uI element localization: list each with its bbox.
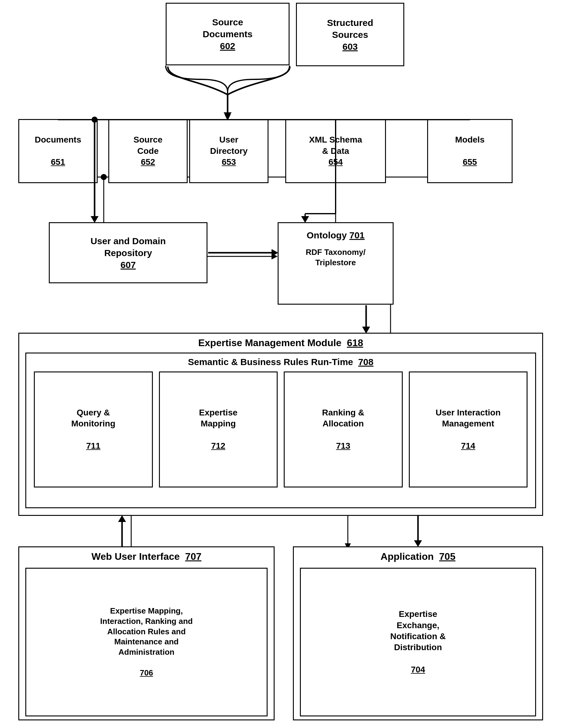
models-ref: 655	[463, 157, 477, 168]
expertise-mapping-inner-ref: 712	[211, 440, 226, 451]
ontology-box: Ontology 701 RDF Taxonomy/Triplestore	[278, 222, 393, 305]
documents-box: Documents 651	[18, 119, 98, 183]
ranking-allocation-box: Ranking &Allocation 713	[284, 371, 403, 487]
semantic-rules-box: Semantic & Business Rules Run-Time 708 Q…	[25, 353, 536, 508]
svg-marker-23	[224, 112, 232, 119]
user-domain-repo-ref: 607	[121, 259, 136, 271]
documents-ref: 651	[51, 157, 65, 168]
source-code-box: SourceCode 652	[108, 119, 188, 183]
rdf-taxonomy-label: RDF Taxonomy/Triplestore	[306, 247, 365, 268]
structured-sources-box: StructuredSources 603	[296, 3, 404, 66]
models-box: Models 655	[427, 119, 513, 183]
expertise-mapping-inner-label: ExpertiseMapping	[199, 407, 238, 429]
user-interaction-mgmt-label: User InteractionManagement	[436, 407, 501, 429]
application-label: Application 705	[300, 550, 536, 563]
query-monitoring-box: Query &Monitoring 711	[34, 371, 153, 487]
expertise-mgmt-box: Expertise Management Module 618 Semantic…	[18, 333, 543, 516]
source-documents-label: SourceDocuments	[203, 16, 252, 40]
query-monitoring-ref: 711	[86, 440, 100, 451]
ranking-allocation-label: Ranking &Allocation	[322, 407, 364, 429]
user-domain-repo-box: User and DomainRepository 607	[49, 222, 208, 283]
application-box: Application 705 ExpertiseExchange,Notifi…	[293, 546, 543, 720]
expertise-mgmt-ref: 618	[347, 337, 363, 348]
semantic-rules-ref: 708	[358, 357, 373, 367]
ontology-label: Ontology	[306, 229, 347, 241]
application-ref: 705	[439, 551, 455, 562]
user-interaction-mgmt-box: User InteractionManagement 714	[409, 371, 528, 487]
query-monitoring-label: Query &Monitoring	[71, 407, 115, 429]
ranking-allocation-ref: 713	[336, 440, 350, 451]
user-directory-box: UserDirectory 653	[189, 119, 269, 183]
expertise-mapping-rules-box: Expertise Mapping,Interaction, Ranking a…	[25, 568, 268, 716]
semantic-rules-label: Semantic & Business Rules Run-Time 708	[31, 356, 531, 368]
expertise-mapping-inner-box: ExpertiseMapping 712	[159, 371, 278, 487]
expertise-exchange-label: ExpertiseExchange,Notification &Distribu…	[390, 609, 446, 653]
expertise-mapping-rules-ref: 706	[140, 668, 153, 678]
source-documents-ref: 602	[220, 40, 235, 52]
web-ui-box: Web User Interface 707 Expertise Mapping…	[18, 546, 275, 720]
source-code-ref: 652	[141, 157, 155, 168]
xml-schema-label: XML Schema& Data	[309, 134, 362, 157]
svg-marker-12	[272, 253, 278, 259]
diagram: SourceDocuments 602 StructuredSources 60…	[0, 0, 562, 728]
source-documents-box: SourceDocuments 602	[166, 3, 289, 65]
web-ui-ref: 707	[185, 551, 201, 562]
expertise-exchange-box: ExpertiseExchange,Notification &Distribu…	[300, 568, 536, 716]
user-directory-label: UserDirectory	[210, 134, 248, 157]
svg-marker-29	[272, 249, 278, 256]
user-domain-repo-label: User and DomainRepository	[91, 235, 166, 259]
expertise-exchange-ref: 704	[411, 664, 425, 675]
expertise-mgmt-label: Expertise Management Module 618	[25, 337, 536, 350]
svg-point-8	[101, 174, 107, 180]
structured-sources-ref: 603	[342, 41, 357, 53]
svg-marker-27	[91, 216, 99, 223]
user-directory-ref: 653	[222, 157, 236, 168]
svg-marker-33	[301, 216, 309, 223]
svg-marker-39	[414, 540, 422, 547]
structured-sources-label: StructuredSources	[327, 17, 373, 41]
svg-marker-37	[118, 515, 126, 522]
models-label: Models	[455, 134, 484, 145]
xml-schema-ref: 654	[328, 157, 343, 168]
expertise-mapping-rules-label: Expertise Mapping,Interaction, Ranking a…	[100, 606, 193, 657]
user-interaction-mgmt-ref: 714	[461, 440, 475, 451]
documents-label: Documents	[35, 134, 81, 145]
source-code-label: SourceCode	[134, 134, 163, 157]
web-ui-label: Web User Interface 707	[25, 550, 268, 563]
xml-schema-box: XML Schema& Data 654	[285, 119, 386, 183]
ontology-ref: 701	[349, 229, 364, 241]
